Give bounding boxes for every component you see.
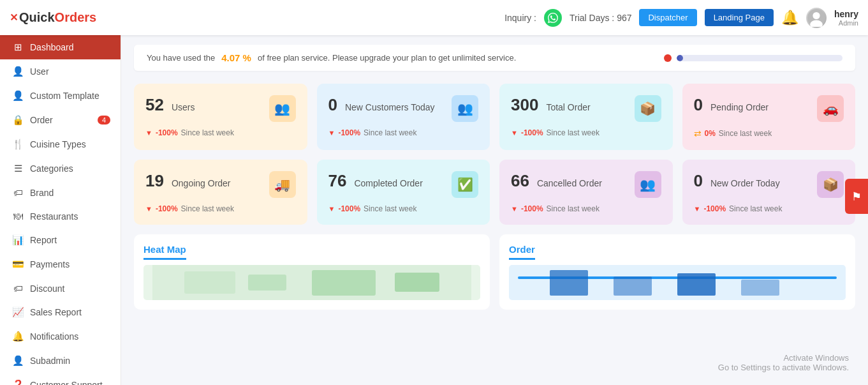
stat-card-new-customers-today: 0 New Customers Today 👥 ▼ -100% Since la… — [317, 84, 490, 150]
sidebar-label: Categories — [30, 163, 73, 174]
whatsapp-icon[interactable] — [544, 9, 562, 27]
stat-bottom: ⇄ 0% Since last week — [694, 128, 844, 139]
logo: ✕ QuickOrders — [10, 10, 96, 25]
sidebar-label: Restaurants — [30, 211, 78, 222]
stat-number: 0 — [328, 95, 337, 115]
stat-number: 0 — [694, 95, 703, 115]
sidebar-label: Subadmin — [30, 356, 70, 366]
sidebar-item-subadmin[interactable]: 👤 Subadmin — [0, 349, 121, 373]
svg-rect-4 — [184, 271, 235, 294]
sidebar-label: Order — [30, 115, 53, 125]
sidebar-item-user[interactable]: 👤 User — [0, 59, 121, 84]
sidebar-item-payments[interactable]: 💳 Payments — [0, 252, 121, 276]
stat-number: 0 — [694, 171, 703, 191]
sidebar-label: Customer Support — [30, 380, 103, 385]
arrow-down-icon: ▼ — [328, 129, 335, 137]
sidebar-label: Discount — [30, 283, 64, 294]
stat-bottom: ▼ -100% Since last week — [328, 128, 479, 137]
sidebar-item-custom-template[interactable]: 👤 Custom Template — [0, 84, 121, 108]
stat-card-pending-order: 0 Pending Order 🚗 ⇄ 0% Since last week — [682, 84, 856, 150]
stat-icon: 👥 — [635, 171, 661, 198]
plan-text-after: of free plan service. Please upgrade you… — [258, 53, 516, 63]
stat-number-label: 52 Users — [145, 95, 195, 115]
main-content: You have used the 4.07 % of free plan se… — [121, 35, 868, 385]
stat-top: 0 New Customers Today 👥 — [328, 95, 479, 122]
stat-top: 76 Completed Order ✅ — [328, 171, 479, 198]
stat-icon: ✅ — [452, 171, 478, 198]
sidebar-badge: 4 — [98, 116, 110, 125]
avatar — [806, 8, 827, 28]
stat-card-cancelled-order: 66 Cancelled Order 👥 ▼ -100% Since last … — [499, 160, 673, 225]
sidebar-icon: ⊞ — [12, 42, 24, 53]
stat-icon: 👥 — [269, 95, 296, 122]
stat-since: Since last week — [547, 128, 600, 137]
stat-number: 19 — [145, 171, 164, 191]
stat-change: -100% — [338, 204, 360, 213]
trial-days: Trial Days : 967 — [570, 13, 632, 23]
sidebar-item-cuisine-types[interactable]: 🍴 Cuisine Types — [0, 132, 121, 156]
stat-label: New Customers Today — [345, 102, 435, 112]
sidebar-label: Cuisine Types — [30, 139, 86, 149]
sidebar-item-notifications[interactable]: 🔔 Notifications — [0, 324, 121, 349]
right-tab[interactable]: ⚑ — [845, 179, 868, 214]
sidebar-label: User — [30, 66, 49, 77]
stat-top: 52 Users 👥 — [145, 95, 296, 122]
stat-label: Cancelled Order — [537, 178, 602, 188]
map-placeholder — [143, 265, 480, 300]
arrow-down-icon: ▼ — [328, 205, 335, 213]
landing-page-button[interactable]: Landing Page — [705, 9, 774, 26]
stat-number: 300 — [511, 95, 538, 115]
sidebar-item-restaurants[interactable]: 🍽 Restaurants — [0, 204, 121, 228]
stat-label: Completed Order — [354, 178, 422, 188]
sidebar-item-discount[interactable]: 🏷 Discount — [0, 276, 121, 300]
stat-top: 0 Pending Order 🚗 — [694, 95, 844, 122]
stat-number-label: 66 Cancelled Order — [511, 171, 602, 191]
stat-bottom: ▼ -100% Since last week — [328, 204, 479, 213]
sidebar-item-categories[interactable]: ☰ Categories — [0, 156, 121, 181]
svg-rect-10 — [614, 276, 652, 296]
stat-change: -100% — [521, 128, 543, 137]
progress-container — [664, 54, 842, 62]
logo-icon: ✕ — [10, 11, 18, 24]
sidebar-item-sales-report[interactable]: 📈 Sales Report — [0, 300, 121, 324]
sidebar: ⊞ Dashboard 👤 User 👤 Custom Template 🔒 O… — [0, 35, 121, 385]
stat-since: Since last week — [729, 204, 782, 213]
sidebar-label: Report — [30, 235, 57, 245]
stat-number-label: 19 Ongoing Order — [145, 171, 231, 191]
exchange-icon: ⇄ — [694, 128, 702, 139]
notification-bell-icon[interactable]: 🔔 — [781, 10, 798, 26]
sidebar-icon: 🍴 — [12, 139, 24, 150]
sidebar-label: Brand — [30, 188, 54, 198]
stat-number: 76 — [328, 171, 347, 191]
stat-label: Ongoing Order — [172, 178, 231, 188]
bottom-grid: Heat Map Order — [134, 234, 855, 310]
plan-percent: 4.07 % — [221, 52, 251, 63]
stat-number-label: 76 Completed Order — [328, 171, 423, 191]
arrow-down-icon: ▼ — [145, 205, 152, 213]
stat-card-completed-order: 76 Completed Order ✅ ▼ -100% Since last … — [317, 160, 490, 225]
progress-dot — [664, 54, 672, 62]
sidebar-item-order[interactable]: 🔒 Order 4 — [0, 108, 121, 132]
order-title: Order — [509, 244, 535, 260]
sidebar-item-customer-support[interactable]: ❓ Customer Support — [0, 373, 121, 385]
svg-rect-5 — [248, 275, 286, 291]
stat-icon: 👥 — [452, 95, 478, 122]
sidebar-icon: 💳 — [12, 259, 24, 270]
stat-top: 19 Ongoing Order 🚚 — [145, 171, 296, 198]
progress-bar-fill — [677, 55, 683, 61]
sidebar-label: Sales Report — [30, 307, 82, 317]
user-info: henry Admin — [834, 9, 858, 27]
layout: ⊞ Dashboard 👤 User 👤 Custom Template 🔒 O… — [0, 35, 868, 385]
stat-bottom: ▼ -100% Since last week — [511, 128, 661, 137]
stat-since: Since last week — [181, 204, 234, 213]
stat-number: 66 — [511, 171, 529, 191]
sidebar-item-dashboard[interactable]: ⊞ Dashboard — [0, 35, 121, 59]
sidebar-item-brand[interactable]: 🏷 Brand — [0, 181, 121, 204]
sidebar-item-report[interactable]: 📊 Report — [0, 228, 121, 252]
logo-quick: Quick — [19, 10, 55, 25]
stat-number-label: 0 Pending Order — [694, 95, 769, 115]
svg-rect-6 — [312, 270, 376, 296]
sidebar-label: Dashboard — [30, 42, 74, 52]
dispatcher-button[interactable]: Dispatcher — [639, 9, 696, 26]
logo-orders: Orders — [55, 10, 97, 25]
